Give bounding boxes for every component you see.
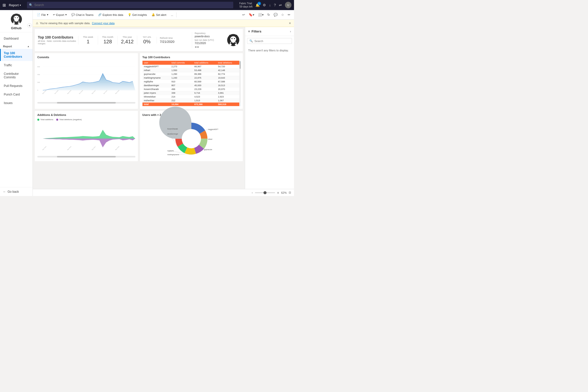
banner-content: ⚠ You're viewing this app with sample da… bbox=[36, 22, 114, 25]
svg-text:Nov-2016: Nov-2016 bbox=[79, 90, 83, 94]
this-week-value: 1 bbox=[81, 39, 95, 45]
cell-user: Minewiskan bbox=[142, 95, 170, 99]
cell-commits: 807 bbox=[170, 84, 193, 87]
zoom-thumb[interactable] bbox=[263, 191, 267, 194]
contributors-table: user total commits total additions total… bbox=[142, 61, 241, 106]
search-input[interactable] bbox=[34, 3, 231, 7]
table-total-row: total 13,094 672,366 560,518 bbox=[142, 103, 241, 106]
total-additions: 672,366 bbox=[193, 103, 217, 106]
more-button[interactable]: ... bbox=[169, 12, 175, 17]
filters-search-input[interactable] bbox=[254, 40, 290, 43]
insights-button[interactable]: 💡 Get insights bbox=[126, 12, 149, 17]
sidebar-item-top-contributors[interactable]: Top 100 Contributors bbox=[0, 49, 33, 61]
file-button[interactable]: 📄 File ▾ bbox=[35, 12, 50, 17]
additions-chart-card: Additions & Deletions Total additions To… bbox=[35, 111, 138, 161]
banner-close-button[interactable]: × bbox=[289, 21, 291, 25]
donut-chart-title: Users with > 2.5% of total commits bbox=[142, 113, 241, 116]
zoom-fit-icon[interactable]: ⊡ bbox=[289, 191, 291, 194]
settings-icon[interactable]: ⚙ bbox=[263, 3, 266, 7]
global-search-bar[interactable]: 🔍 bbox=[27, 2, 233, 8]
sidebar-item-contributor-commits[interactable]: Contributor Commits bbox=[0, 70, 33, 82]
chat-button[interactable]: 💬 Chat in Teams bbox=[69, 12, 96, 17]
zoom-minus-button[interactable]: - bbox=[252, 191, 253, 195]
grid-icon[interactable]: ⊞ bbox=[3, 3, 6, 8]
connect-data-link[interactable]: Connect your data bbox=[92, 22, 114, 25]
favorite-icon[interactable]: ☆ bbox=[280, 12, 286, 18]
refresh-icon[interactable]: ↻ bbox=[266, 12, 272, 18]
repo-prev-icon[interactable]: ◀ bbox=[195, 46, 196, 48]
sidebar-section-report[interactable]: Report ▲ bbox=[0, 43, 33, 49]
export-button[interactable]: ↩ Export ▾ bbox=[51, 12, 69, 17]
table-row: peter-myers 339 9,716 3,991 bbox=[142, 91, 241, 95]
table-row: mihart 1,550 53,498 42,148 bbox=[142, 69, 241, 72]
view-icon[interactable]: ⬜▾ bbox=[256, 12, 265, 18]
avatar[interactable]: U bbox=[285, 2, 291, 8]
cell-deletions: 67,588 bbox=[217, 80, 240, 84]
col-header-commits[interactable]: total commits bbox=[170, 61, 193, 65]
title-chevron-icon: ▾ bbox=[20, 4, 21, 7]
svg-text:May-2018: May-2018 bbox=[115, 90, 120, 94]
commits-chart-title: Commits bbox=[37, 56, 135, 59]
svg-text:May-2016: May-2016 bbox=[67, 90, 72, 94]
col-header-additions[interactable]: total additions bbox=[193, 61, 217, 65]
go-back-button[interactable]: ← Go back bbox=[0, 187, 33, 196]
svg-point-19 bbox=[236, 35, 238, 38]
svg-text:May-2015: May-2015 bbox=[42, 90, 47, 94]
table-row: KesemSharabi 496 23,229 20,970 bbox=[142, 87, 241, 91]
download-icon[interactable]: ↓ bbox=[269, 3, 271, 7]
sidebar-item-pull-requests[interactable]: Pull Requests bbox=[0, 82, 33, 90]
notification-badge: 2 bbox=[257, 2, 261, 5]
cell-deletions: 20,970 bbox=[217, 87, 240, 91]
report-title: Top 100 Contributors bbox=[38, 35, 78, 39]
stat-this-year: This year 2,412 bbox=[117, 36, 137, 45]
notifications-icon[interactable]: 🔔 2 bbox=[255, 3, 260, 7]
edit-icon[interactable]: ✏ bbox=[286, 12, 292, 18]
filters-search-bar[interactable]: 🔍 bbox=[247, 38, 292, 44]
cell-commits: 214 bbox=[170, 95, 193, 99]
comment-icon[interactable]: 💬 bbox=[272, 12, 279, 18]
bookmark-icon[interactable]: 🔖▾ bbox=[247, 12, 256, 18]
help-icon[interactable]: ? bbox=[274, 3, 276, 7]
stats-title-block: Top 100 Contributors all time · Note: co… bbox=[38, 35, 78, 45]
sidebar-item-punch-card[interactable]: Punch Card bbox=[0, 90, 33, 99]
svg-text:maggiesMSFT: maggiesMSFT bbox=[208, 128, 218, 130]
svg-text:davidiseminger: davidiseminger bbox=[167, 133, 178, 135]
additions-scrollbar[interactable] bbox=[37, 156, 135, 157]
col-header-user[interactable]: user bbox=[142, 61, 170, 65]
sidebar-collapse-button[interactable]: « bbox=[27, 23, 32, 28]
section-label: Report bbox=[3, 45, 12, 48]
file-icon: 📄 bbox=[37, 13, 40, 16]
repo-label: Repository bbox=[195, 32, 214, 35]
contributors-table-card: Top 100 Contributors user total commits bbox=[140, 53, 243, 109]
filters-expand-icon[interactable]: › bbox=[290, 30, 291, 33]
svg-text:mgblythe: mgblythe bbox=[167, 150, 174, 152]
cell-deletions: 3,991 bbox=[217, 91, 240, 95]
cell-commits: 2,273 bbox=[170, 65, 193, 69]
zoom-slider[interactable] bbox=[255, 192, 275, 193]
commits-scrollbar[interactable] bbox=[37, 102, 135, 104]
undo-icon[interactable]: ↩ bbox=[241, 12, 247, 18]
export-icon: ↩ bbox=[53, 13, 55, 16]
sample-data-banner: ⚠ You're viewing this app with sample da… bbox=[33, 20, 294, 27]
col-header-deletions[interactable]: total deletions bbox=[217, 61, 240, 65]
donut-chart-card: Users with > 2.5% of total commits bbox=[140, 111, 243, 161]
svg-text:400: 400 bbox=[37, 74, 40, 75]
sidebar-item-traffic[interactable]: Traffic bbox=[0, 61, 33, 70]
sidebar-item-issues[interactable]: Issues bbox=[0, 99, 33, 107]
cell-deletions: 1,067 bbox=[217, 99, 240, 103]
sidebar-item-dashboard[interactable]: Dashboard bbox=[0, 34, 33, 43]
explore-button[interactable]: 🔗 Explore this data bbox=[96, 12, 125, 17]
cell-user: markingmyname bbox=[142, 76, 170, 80]
cell-commits: 1,290 bbox=[170, 72, 193, 76]
svg-point-2 bbox=[14, 18, 18, 22]
insights-icon: 💡 bbox=[128, 13, 131, 16]
svg-text:May-2017: May-2017 bbox=[92, 90, 96, 94]
repo-next-icon[interactable]: ▶ bbox=[197, 46, 199, 48]
cell-user: maggiesMSFT bbox=[142, 65, 170, 69]
share-icon[interactable]: ⇌ bbox=[279, 3, 282, 7]
zoom-plus-button[interactable]: + bbox=[277, 191, 279, 195]
refresh-value: 7/21/2020 bbox=[160, 40, 189, 44]
alert-button[interactable]: 🔔 Set alert bbox=[150, 12, 168, 17]
cell-user: mshenhav bbox=[142, 99, 170, 103]
app-title[interactable]: Report ▾ bbox=[9, 3, 21, 7]
